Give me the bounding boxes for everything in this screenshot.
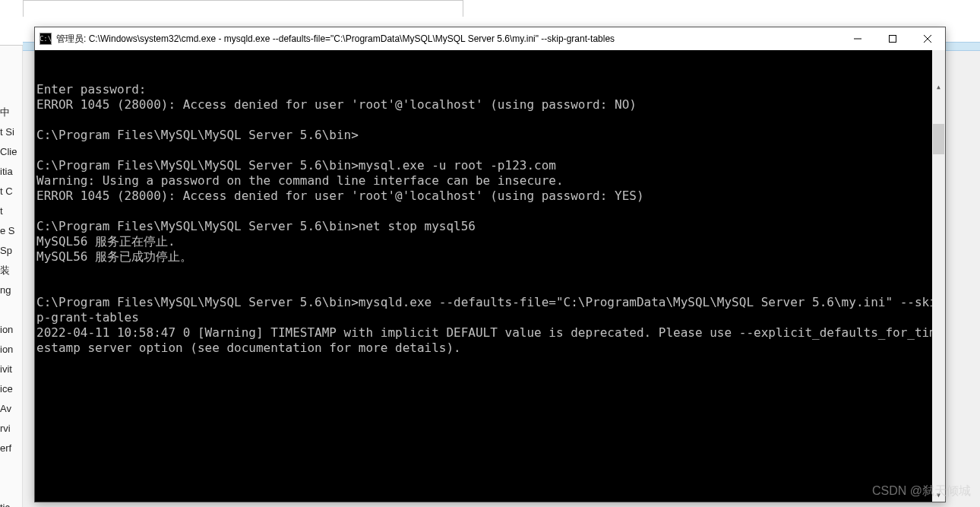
terminal-line: Enter password: — [36, 82, 944, 97]
bg-sidebar-item: t C — [0, 182, 22, 201]
bg-sidebar-item: tic — [0, 498, 22, 507]
bg-sidebar-item: Clie — [0, 142, 22, 162]
bg-sidebar-item — [0, 300, 22, 320]
bg-sidebar-item: ion — [0, 340, 22, 360]
maximize-button[interactable] — [875, 27, 910, 50]
bg-sidebar-item: itia — [0, 162, 22, 182]
bg-sidebar-item: erf — [0, 439, 22, 458]
terminal-line — [36, 112, 944, 128]
terminal-line — [36, 265, 944, 280]
terminal-line: MySQL56 服务正在停止. — [36, 234, 944, 249]
terminal-output[interactable]: Enter password:ERROR 1045 (28000): Acces… — [35, 50, 945, 502]
bg-sidebar-item: 中 — [0, 103, 22, 122]
terminal-line — [36, 204, 944, 219]
bg-sidebar-item: ivit — [0, 360, 22, 379]
cmd-icon: C:\ — [40, 33, 52, 45]
scroll-thumb[interactable] — [933, 124, 944, 154]
minimize-button[interactable] — [840, 27, 875, 50]
background-tab — [23, 0, 463, 17]
terminal-line — [36, 143, 944, 158]
titlebar[interactable]: C:\ 管理员: C:\Windows\system32\cmd.exe - m… — [35, 27, 945, 50]
bg-sidebar-item: Av — [0, 399, 22, 419]
bg-sidebar-item: t — [0, 201, 22, 221]
scroll-track[interactable] — [932, 124, 945, 502]
bg-sidebar-item: Sp — [0, 241, 22, 261]
terminal-line: ERROR 1045 (28000): Access denied for us… — [36, 189, 944, 204]
vertical-scrollbar[interactable]: ▲ ▼ — [932, 50, 945, 502]
bg-sidebar-item: e S — [0, 221, 22, 241]
terminal-line: ERROR 1045 (28000): Access denied for us… — [36, 97, 944, 112]
svg-rect-1 — [890, 36, 896, 43]
bg-sidebar-item: t Si — [0, 122, 22, 142]
window-controls — [840, 27, 945, 50]
bg-sidebar-item: rvi — [0, 419, 22, 439]
window-title: 管理员: C:\Windows\system32\cmd.exe - mysql… — [56, 33, 840, 46]
bg-sidebar-item: ice — [0, 379, 22, 399]
close-button[interactable] — [910, 27, 945, 50]
terminal-line: Warning: Using a password on the command… — [36, 173, 944, 189]
terminal-line: C:\Program Files\MySQL\MySQL Server 5.6\… — [36, 219, 944, 234]
terminal-line: C:\Program Files\MySQL\MySQL Server 5.6\… — [36, 295, 944, 325]
bg-sidebar-item — [0, 478, 22, 498]
terminal-line: C:\Program Files\MySQL\MySQL Server 5.6\… — [36, 128, 944, 143]
bg-sidebar-item: ng — [0, 280, 22, 300]
cmd-window: C:\ 管理员: C:\Windows\system32\cmd.exe - m… — [34, 27, 946, 502]
terminal-line: 2022-04-11 10:58:47 0 [Warning] TIMESTAM… — [36, 325, 944, 356]
scroll-up-arrow[interactable]: ▲ — [932, 81, 945, 93]
background-sidebar: 中t SiClieitiat Cte SSp装ngionioniviticeAv… — [0, 46, 23, 507]
bg-sidebar-item — [0, 458, 22, 478]
terminal-line — [36, 280, 944, 295]
bg-sidebar-item: ion — [0, 320, 22, 340]
bg-sidebar-item: 装 — [0, 261, 22, 280]
terminal-line: C:\Program Files\MySQL\MySQL Server 5.6\… — [36, 158, 944, 173]
terminal-line: MySQL56 服务已成功停止。 — [36, 249, 944, 265]
scroll-down-arrow[interactable]: ▼ — [932, 489, 945, 502]
